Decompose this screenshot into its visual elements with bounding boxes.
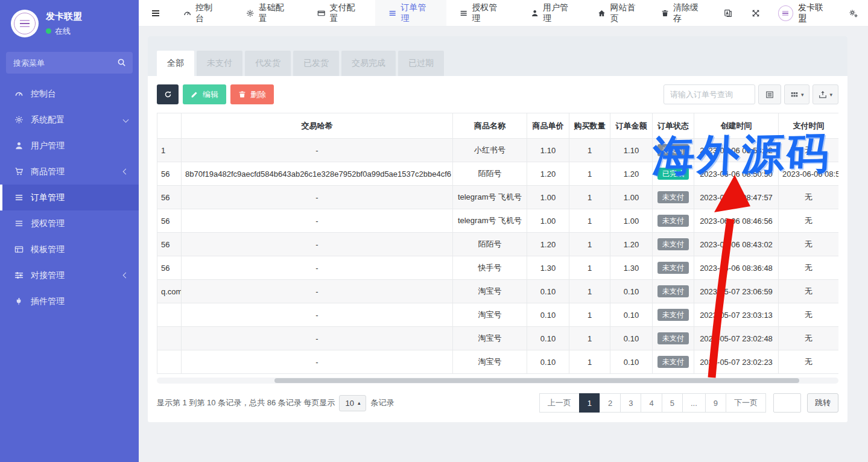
user-menu[interactable]: 发卡联盟 (770, 0, 839, 26)
cell-amount: 0.10 (610, 280, 653, 303)
page-list: 上一页12345...9下一页 (539, 393, 766, 413)
delete-button[interactable]: 删除 (230, 84, 274, 104)
cell-paytime: 2023-06-06 08:5 (779, 162, 839, 186)
home-icon (598, 9, 606, 17)
edit-button[interactable]: 编辑 (183, 84, 226, 104)
col-product[interactable]: 商品名称 (453, 113, 527, 139)
cell-contact: 56 (157, 233, 182, 256)
page-button-3[interactable]: 3 (620, 393, 641, 413)
cell-product: 陌陌号 (453, 162, 527, 186)
sidebar-item-2[interactable]: 用户管理 (0, 133, 139, 159)
menu-toggle-icon[interactable] (139, 0, 170, 26)
sidebar-item-8[interactable]: 插件管理 (0, 288, 139, 314)
tab-5[interactable]: 已过期 (398, 51, 444, 76)
pagination-info-suffix: 条记录 (370, 397, 394, 408)
cell-qty: 1 (569, 233, 610, 256)
tab-3[interactable]: 已发货 (293, 51, 339, 76)
cell-product: 小红书号 (453, 139, 527, 162)
table-row[interactable]: 568b70f19a482fc9aecfd584b643ab26c1e328e7… (157, 162, 839, 186)
table-row[interactable]: 56-telegram号 飞机号1.0011.00未支付2023-06-06 0… (157, 209, 839, 233)
refresh-button[interactable] (157, 84, 179, 104)
topnav-item-label: 订单管理 (401, 2, 432, 24)
table-row[interactable]: 56-telegram号 飞机号1.0011.00未支付2023-06-06 0… (157, 186, 839, 209)
settings-button[interactable] (839, 0, 868, 26)
tab-0[interactable]: 全部 (157, 51, 194, 76)
cell-hash: - (182, 350, 453, 374)
cell-created: 2023-06-06 08:53:42 (694, 139, 779, 162)
panel-body: 编辑 删除 ▾ (148, 76, 847, 422)
cell-created: 2023-06-06 08:43:02 (694, 233, 779, 256)
table-row[interactable]: q.com-淘宝号0.1010.10未支付2023-05-07 23:06:59… (157, 280, 839, 303)
table-row[interactable]: -淘宝号0.1010.10未支付2023-05-07 23:02:23无 (157, 350, 839, 374)
sidebar-item-4[interactable]: 订单管理 (0, 185, 139, 210)
topnav-item-0[interactable]: 控制台 (170, 0, 233, 26)
sidebar-item-3[interactable]: 商品管理 (0, 159, 139, 185)
horizontal-scrollbar-track[interactable] (157, 378, 838, 384)
page-button-4[interactable]: 4 (641, 393, 662, 413)
sidebar-item-0[interactable]: 控制台 (0, 81, 139, 107)
cell-status: 未支付 (653, 186, 694, 209)
table-row[interactable]: 1-小红书号1.1011.10未支付2023-06-06 08:53:42无 (157, 139, 839, 162)
sidebar-item-label: 授权管理 (31, 218, 65, 229)
jump-page-input[interactable] (773, 393, 801, 413)
topnav-item-4[interactable]: 授权管理 (446, 0, 518, 26)
columns-button[interactable]: ▾ (784, 84, 810, 104)
cell-qty: 1 (569, 280, 610, 303)
cell-price: 1.30 (527, 256, 569, 280)
table-row[interactable]: 56-陌陌号1.2011.20未支付2023-06-06 08:43:02无 (157, 233, 839, 256)
page-button-2[interactable]: 2 (600, 393, 621, 413)
topnav-item-1[interactable]: 基础配置 (233, 0, 304, 26)
table-row[interactable]: 56-快手号1.3011.30未支付2023-06-06 08:36:48无 (157, 256, 839, 280)
search-icon[interactable] (117, 58, 126, 67)
template-icon (14, 245, 24, 254)
col-created[interactable]: 创建时间 (694, 113, 779, 139)
table-row[interactable]: -淘宝号0.1010.10未支付2023-05-07 23:02:48无 (157, 327, 839, 350)
export-button[interactable]: ▾ (813, 84, 838, 104)
status-badge: 未支付 (657, 285, 689, 297)
cell-hash: - (182, 233, 453, 256)
horizontal-scrollbar-thumb[interactable] (274, 378, 799, 383)
topnav-right-item-0[interactable]: 网站首页 (588, 0, 651, 26)
topnav-item-3[interactable]: 订单管理 (375, 0, 446, 26)
col-price[interactable]: 商品单价 (527, 113, 569, 139)
tab-4[interactable]: 交易完成 (341, 51, 396, 76)
prev-page-button[interactable]: 上一页 (539, 393, 580, 413)
cell-paytime: 无 (779, 303, 839, 327)
topnav-right-item-3[interactable] (742, 0, 770, 26)
page-button-1[interactable]: 1 (579, 393, 600, 413)
sidebar-search-input[interactable] (6, 52, 133, 74)
col-hash[interactable]: 交易哈希 (182, 113, 453, 139)
sidebar-item-7[interactable]: 对接管理 (0, 262, 139, 288)
tab-1[interactable]: 未支付 (197, 51, 242, 76)
cell-product: 快手号 (453, 256, 527, 280)
cell-amount: 1.00 (610, 209, 653, 233)
topnav-item-2[interactable]: 支付配置 (304, 0, 375, 26)
topnav-right-item-1[interactable]: 清除缓存 (651, 0, 714, 26)
topnav-item-5[interactable]: 用户管理 (518, 0, 589, 26)
col-status[interactable]: 订单状态 (653, 113, 694, 139)
page-size-select[interactable]: 10 ▴ (339, 395, 366, 411)
topnav-item-label: 用户管理 (543, 2, 575, 24)
col-amount[interactable]: 订单金额 (610, 113, 653, 139)
col-qty[interactable]: 购买数量 (569, 113, 610, 139)
sidebar-item-5[interactable]: 授权管理 (0, 210, 139, 236)
cell-product: 淘宝号 (453, 327, 527, 350)
sidebar-item-6[interactable]: 模板管理 (0, 236, 139, 262)
sidebar-item-1[interactable]: 系统配置 (0, 107, 139, 133)
translate-icon (724, 9, 732, 17)
order-search-input[interactable] (664, 84, 755, 104)
caret-down-icon: ▾ (801, 92, 804, 98)
next-page-button[interactable]: 下一页 (726, 393, 766, 413)
cell-product: telegram号 飞机号 (453, 186, 527, 209)
jump-button[interactable]: 跳转 (807, 393, 838, 413)
page-button-5[interactable]: 5 (662, 393, 683, 413)
page-button-9[interactable]: 9 (705, 393, 726, 413)
col-contact[interactable] (157, 113, 182, 139)
table-row[interactable]: -淘宝号0.1010.10未支付2023-05-07 23:03:13无 (157, 303, 839, 327)
topnav-right-item-2[interactable] (714, 0, 742, 26)
cell-hash: - (182, 303, 453, 327)
tab-2[interactable]: 代发货 (245, 51, 291, 76)
col-paytime[interactable]: 支付时间 (779, 113, 839, 139)
detail-view-button[interactable] (758, 84, 781, 104)
topnav-item-label: 授权管理 (472, 2, 504, 24)
